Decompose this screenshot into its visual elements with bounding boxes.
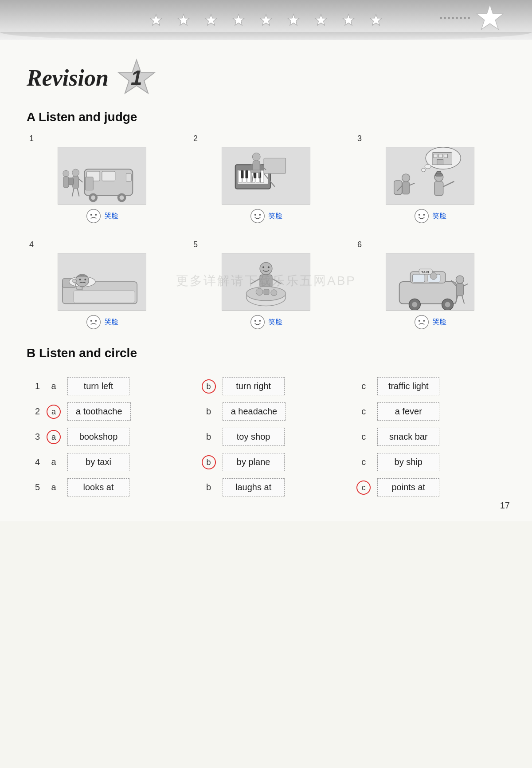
stars-decoration bbox=[149, 13, 383, 27]
page-content: 更多详解请下载乐乐五网ABP Revision 1 A Listen and j… bbox=[0, 40, 532, 521]
svg-point-55 bbox=[259, 214, 261, 216]
star-icon bbox=[204, 13, 218, 27]
taxi-illustration: TAXI bbox=[386, 253, 474, 311]
svg-line-23 bbox=[79, 179, 83, 182]
word-cell-5a: looks at bbox=[65, 478, 198, 496]
svg-rect-87 bbox=[74, 291, 135, 303]
item-number-3: 3 bbox=[357, 134, 362, 143]
svg-rect-13 bbox=[102, 171, 115, 181]
word-box-laughsat: laughs at bbox=[223, 478, 285, 496]
svg-rect-63 bbox=[437, 159, 443, 165]
word-box-bookshop: bookshop bbox=[67, 428, 129, 446]
svg-point-105 bbox=[254, 320, 256, 322]
face-row-4: 哭脸 bbox=[86, 314, 118, 330]
svg-rect-44 bbox=[264, 158, 286, 173]
page-number: 17 bbox=[500, 500, 510, 511]
svg-point-126 bbox=[423, 320, 425, 322]
svg-line-123 bbox=[462, 296, 464, 304]
letter-cell-2c: c bbox=[352, 402, 375, 421]
svg-rect-71 bbox=[403, 182, 410, 194]
word-cell-2c: a fever bbox=[375, 402, 505, 421]
face-row-2: 笑脸 bbox=[250, 208, 282, 224]
svg-rect-62 bbox=[444, 154, 448, 158]
letter-cell-5b: b bbox=[198, 478, 220, 496]
face-label-3: 笑脸 bbox=[432, 212, 446, 221]
circle-table: 1 a turn left b turn right c traffic lig… bbox=[27, 370, 505, 504]
svg-rect-119 bbox=[456, 284, 463, 296]
toys-illustration bbox=[222, 253, 310, 311]
face-label-2: 笑脸 bbox=[268, 212, 282, 221]
judge-item-4: 4 bbox=[27, 240, 177, 330]
word-cell-1b: turn right bbox=[220, 377, 353, 395]
svg-point-103 bbox=[268, 266, 270, 268]
word-cell-5b: laughs at bbox=[220, 478, 353, 496]
word-box-turn-right: turn right bbox=[223, 377, 285, 395]
circled-b-4: b bbox=[202, 455, 216, 469]
item-number-5: 5 bbox=[193, 240, 198, 249]
svg-rect-68 bbox=[434, 181, 443, 196]
word-box-looksat: looks at bbox=[67, 478, 129, 496]
word-box-headache: a headache bbox=[223, 402, 286, 421]
svg-rect-18 bbox=[126, 173, 131, 181]
svg-rect-66 bbox=[437, 171, 441, 174]
svg-rect-41 bbox=[245, 170, 248, 178]
large-star-icon bbox=[474, 2, 505, 33]
judge-item-5: 5 bbox=[191, 240, 341, 330]
letter-cell-3c: c bbox=[352, 428, 375, 446]
word-box-traffic-light: traffic light bbox=[377, 377, 439, 395]
judge-grid-bottom: 4 bbox=[27, 240, 505, 330]
svg-line-73 bbox=[409, 183, 415, 185]
svg-point-88 bbox=[87, 315, 101, 329]
svg-rect-19 bbox=[85, 177, 93, 190]
word-box-toothache: a toothache bbox=[67, 402, 131, 421]
star-icon bbox=[259, 13, 273, 27]
svg-line-25 bbox=[78, 189, 79, 197]
svg-marker-1 bbox=[178, 14, 189, 25]
sad-face-icon bbox=[86, 208, 102, 224]
word-cell-3b: toy shop bbox=[220, 428, 353, 446]
svg-point-89 bbox=[90, 320, 92, 322]
letter-cell-3a: a bbox=[43, 428, 65, 446]
svg-line-94 bbox=[272, 279, 282, 284]
svg-point-86 bbox=[72, 279, 77, 283]
svg-point-101 bbox=[271, 290, 277, 296]
svg-point-70 bbox=[402, 174, 410, 182]
letter-cell-4c: c bbox=[352, 453, 375, 471]
happy-face-icon bbox=[250, 208, 266, 224]
svg-point-117 bbox=[430, 272, 437, 280]
svg-rect-28 bbox=[63, 177, 69, 188]
star-icon bbox=[286, 13, 301, 27]
star-icon bbox=[149, 13, 163, 27]
word-box-turn-left: turn left bbox=[67, 377, 129, 395]
svg-point-99 bbox=[256, 288, 263, 295]
svg-rect-111 bbox=[412, 274, 425, 282]
circled-c-5: c bbox=[356, 480, 371, 495]
section-b-heading: B Listen and circle bbox=[27, 346, 505, 360]
table-row: 5 a looks at b laughs at c points at bbox=[27, 478, 505, 496]
word-cell-2a: a toothache bbox=[65, 402, 198, 421]
letter-cell-1c: c bbox=[352, 377, 375, 395]
svg-marker-3 bbox=[233, 14, 244, 25]
word-cell-5c: points at bbox=[375, 478, 505, 496]
svg-rect-60 bbox=[434, 154, 437, 158]
svg-rect-47 bbox=[253, 161, 260, 171]
section-a: A Listen and judge 1 bbox=[27, 110, 505, 330]
revision-number: 1 bbox=[131, 66, 142, 90]
item-number-2: 2 bbox=[193, 134, 198, 143]
word-box-snackbar: snack bar bbox=[377, 428, 439, 446]
svg-marker-6 bbox=[315, 14, 327, 25]
letter-cell-2a: a bbox=[43, 402, 65, 421]
circled-b-1: b bbox=[202, 379, 216, 394]
judge-item-2: 2 bbox=[191, 134, 341, 224]
svg-rect-40 bbox=[241, 170, 244, 178]
sad-face-icon-3 bbox=[414, 314, 430, 330]
item-number-6: 6 bbox=[357, 240, 362, 249]
word-cell-4a: by taxi bbox=[65, 453, 198, 471]
sad-face-icon-2 bbox=[86, 314, 102, 330]
svg-marker-5 bbox=[288, 14, 299, 25]
svg-line-69 bbox=[443, 181, 454, 187]
svg-point-114 bbox=[412, 302, 417, 307]
word-cell-4c: by ship bbox=[375, 453, 505, 471]
row-number-1: 1 bbox=[27, 377, 43, 395]
bus-illustration bbox=[58, 147, 146, 205]
